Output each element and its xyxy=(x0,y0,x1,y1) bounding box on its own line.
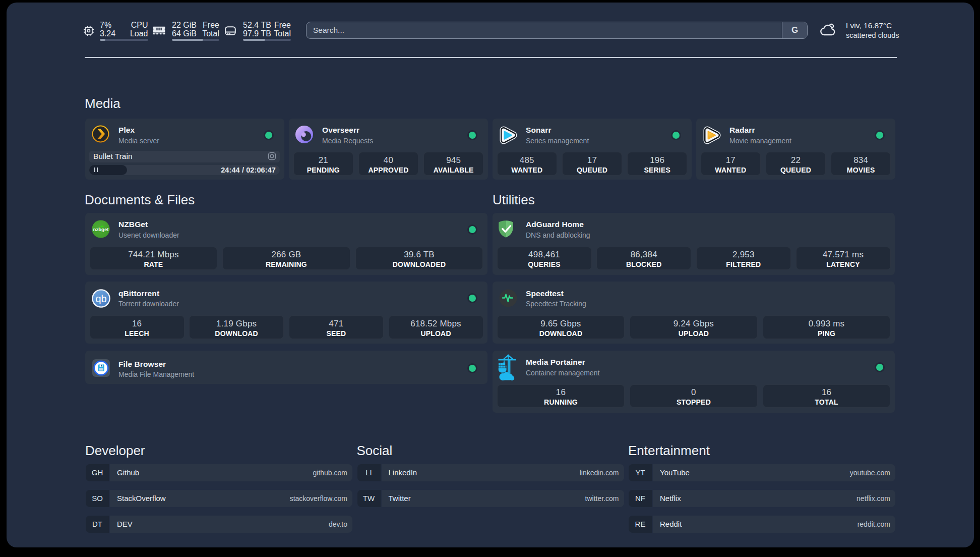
svg-text:qb: qb xyxy=(95,293,106,304)
svg-text:nzbget: nzbget xyxy=(93,227,109,232)
